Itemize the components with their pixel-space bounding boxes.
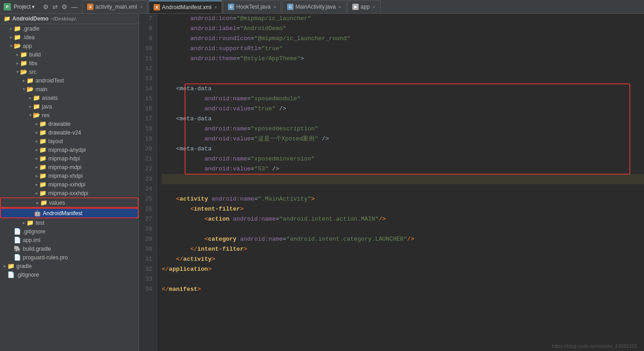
tree-label-mipmap-mdpi: mipmap-mdpi — [48, 164, 82, 170]
tree-icon-drawable-v24: 📁 — [39, 129, 46, 136]
sidebar-item-mipmap-xhdpi[interactable]: ▸📁mipmap-xhdpi — [0, 171, 139, 180]
code-line-19: android:value="这是一个Xposed案例" /> — [162, 134, 644, 144]
tab-icon-activity_main: X — [87, 4, 93, 10]
line-number-33: 33 — [143, 274, 152, 284]
line-number-11: 11 — [143, 54, 152, 64]
sidebar-item-build[interactable]: ▸📁build — [0, 50, 139, 59]
sidebar-item-test[interactable]: ▸📁test — [0, 218, 139, 227]
tree-arrow-main: ▾ — [21, 87, 26, 92]
sidebar-item-gitignore_root[interactable]: 📄.gitignore — [0, 270, 139, 279]
project-dropdown[interactable]: Project ▾ — [14, 4, 35, 10]
sidebar-item-libs[interactable]: ▸📁libs — [0, 59, 139, 67]
line-number-12: 12 — [143, 64, 152, 74]
sidebar-item-mipmap-hdpi[interactable]: ▸📁mipmap-hdpi — [0, 154, 139, 163]
tab-app[interactable]: ▶app× — [347, 0, 380, 13]
tree-arrow-idea: ▸ — [8, 35, 14, 40]
tree-icon-main: 📂 — [26, 86, 34, 93]
sidebar-item-app_iml[interactable]: 📄app.iml — [0, 236, 139, 244]
title-bar-left: P Project ▾ ⚙ ⇄ ⚙ — — [4, 3, 77, 10]
tree-icon-drawable: 📁 — [39, 120, 46, 127]
tab-activity_main[interactable]: Xactivity_main.xml× — [82, 0, 148, 13]
tree-label-test: test — [36, 220, 44, 226]
tab-label-hook_test: HookTest.java — [236, 4, 270, 10]
sync-icon[interactable]: ⇄ — [52, 3, 58, 10]
sidebar-item-src[interactable]: ▾📂src — [0, 67, 139, 76]
tree-label-drawable-v24: drawable-v24 — [48, 129, 81, 136]
sidebar-item-assets[interactable]: ▸📁assets — [0, 93, 139, 102]
tab-hook_test[interactable]: CHookTest.java× — [223, 0, 281, 13]
tree-label-src: src — [29, 69, 36, 75]
sidebar-item-gradle_root[interactable]: ▸📁gradle — [0, 262, 139, 270]
tab-close-activity_main[interactable]: × — [140, 4, 143, 10]
tree-icon-build_gradle: 🐘 — [14, 245, 21, 252]
sidebar-header: 📁 AndroidDemo ~/Desktop/. — [0, 14, 139, 24]
sidebar-item-mipmap-anydpi[interactable]: ▸📁mipmap-anydpi — [0, 145, 139, 154]
watermark: https://blog.csdn.net/weixin_43582101 — [552, 343, 637, 349]
tree-icon-mipmap-mdpi: 📁 — [39, 164, 46, 170]
tree-arrow-layout: ▸ — [34, 139, 39, 144]
tree-label-proguard_rules: proguard-rules.pro — [23, 254, 68, 261]
tree-icon-test: 📁 — [26, 219, 34, 226]
tree-label-res: res — [42, 112, 50, 119]
tree-label-app_iml: app.iml — [23, 237, 41, 243]
sidebar-item-layout[interactable]: ▸📁layout — [0, 137, 139, 145]
tab-close-main_activity[interactable]: × — [339, 4, 341, 10]
tree-icon-libs: 📁 — [20, 60, 27, 67]
tree-arrow-mipmap-mdpi: ▸ — [34, 165, 39, 170]
settings-icon[interactable]: ⚙ — [43, 3, 49, 10]
minimize-icon[interactable]: — — [71, 3, 77, 10]
code-line-20: <meta-data — [162, 144, 644, 154]
code-line-33 — [162, 274, 644, 284]
tree-label-gitignore: .gitignore — [23, 228, 45, 235]
root-path: ~/Desktop/. — [50, 16, 77, 21]
tree-label-mipmap-anydpi: mipmap-anydpi — [48, 147, 86, 153]
tab-main_activity[interactable]: CMainActivity.java× — [282, 0, 346, 13]
line-number-28: 28 — [143, 224, 152, 234]
tree-arrow-mipmap-xxxhdpi: ▸ — [34, 191, 39, 196]
sidebar-item-gradle[interactable]: ▸📁.gradle — [0, 24, 139, 33]
sidebar-item-mipmap-xxxhdpi[interactable]: ▸📁mipmap-xxxhdpi — [0, 189, 139, 197]
sidebar-item-drawable[interactable]: ▸📁drawable — [0, 119, 139, 128]
line-number-24: 24 — [143, 184, 152, 194]
sidebar-item-java[interactable]: ▸📁java — [0, 102, 139, 111]
sidebar-item-idea[interactable]: ▸📁.idea — [0, 33, 139, 41]
tree-arrow-res: ▾ — [27, 113, 33, 118]
tree-label-mipmap-xhdpi: mipmap-xhdpi — [48, 173, 82, 179]
tab-close-app[interactable]: × — [372, 4, 375, 10]
sidebar: 📁 AndroidDemo ~/Desktop/. ▸📁.gradle▸📁.id… — [0, 14, 139, 351]
tab-label-main_activity: MainActivity.java — [295, 4, 335, 10]
tab-close-hook_test[interactable]: × — [273, 4, 276, 10]
sidebar-item-main[interactable]: ▾📂main — [0, 85, 139, 93]
line-number-27: 27 — [143, 214, 152, 224]
sidebar-item-app[interactable]: ▾📂app — [0, 41, 139, 50]
tree-arrow-app: ▾ — [8, 43, 14, 48]
tree-icon-androidTest: 📁 — [26, 77, 34, 84]
editor[interactable]: 7891011121314151617181920212223242526272… — [139, 14, 644, 351]
sidebar-item-gitignore[interactable]: 📄.gitignore — [0, 227, 139, 236]
sidebar-item-mipmap-mdpi[interactable]: ▸📁mipmap-mdpi — [0, 163, 139, 171]
code-line-21: android:name="xposedminversion" — [162, 154, 644, 164]
code-line-15: android:name="xposedmodule" — [162, 94, 644, 104]
dropdown-arrow: ▾ — [32, 4, 35, 10]
tree-icon-app_iml: 📄 — [14, 237, 21, 243]
tree-icon-mipmap-xhdpi: 📁 — [39, 172, 46, 179]
sidebar-item-res[interactable]: ▾📂res — [0, 111, 139, 119]
tree-label-main: main — [36, 86, 47, 93]
sidebar-item-androidTest[interactable]: ▸📁androidTest — [0, 76, 139, 85]
tab-close-android_manifest[interactable]: × — [214, 5, 217, 10]
root-folder-label: 📁 AndroidDemo ~/Desktop/. — [4, 15, 77, 22]
sidebar-item-android_manifest_file[interactable]: 🤖AndroidManifest — [0, 208, 139, 218]
config-icon[interactable]: ⚙ — [62, 3, 67, 10]
tree-label-values: values — [49, 200, 65, 206]
tree-icon-gitignore: 📄 — [14, 228, 21, 235]
sidebar-item-proguard_rules[interactable]: 📄proguard-rules.pro — [0, 253, 139, 262]
sidebar-item-values[interactable]: ▸📁values — [0, 197, 139, 208]
tab-android_manifest[interactable]: XAndroidManifest.xml× — [149, 0, 222, 13]
sidebar-item-drawable-v24[interactable]: ▸📁drawable-v24 — [0, 128, 139, 137]
tree-label-build_gradle: build.gradle — [23, 246, 51, 252]
tree-icon-src: 📂 — [20, 68, 27, 75]
sidebar-item-build_gradle[interactable]: 🐘build.gradle — [0, 244, 139, 253]
sidebar-item-mipmap-xxhdpi[interactable]: ▸📁mipmap-xxhdpi — [0, 180, 139, 189]
line-number-32: 32 — [143, 264, 152, 274]
line-number-26: 26 — [143, 204, 152, 214]
